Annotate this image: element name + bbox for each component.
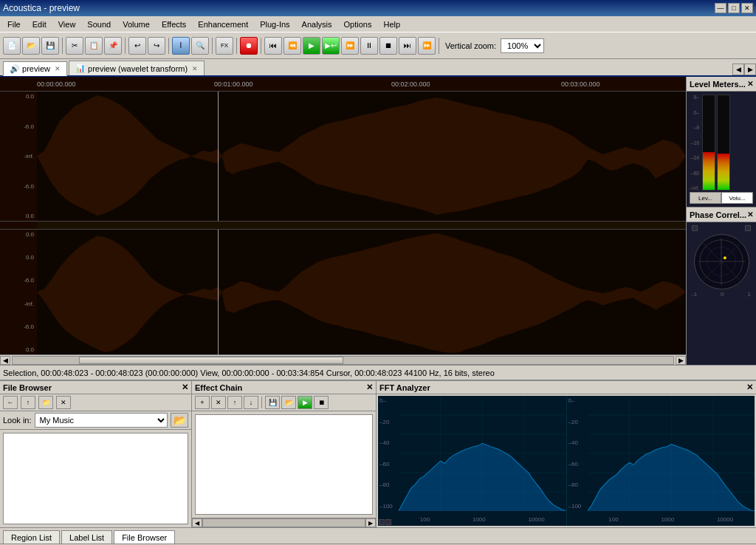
effect-scroll-track[interactable] — [202, 518, 365, 527]
meter-bar-right — [717, 95, 730, 191]
menu-file[interactable]: File — [1, 18, 27, 30]
paste-button[interactable]: 📌 — [104, 37, 122, 55]
file-newfolder-button[interactable]: 📁 — [38, 396, 53, 409]
effects-button[interactable]: FX — [216, 37, 233, 55]
open-button[interactable]: 📂 — [22, 37, 40, 55]
scroll-right-button[interactable]: ▶ — [676, 356, 686, 365]
menu-analysis[interactable]: Analysis — [296, 18, 338, 30]
effect-stop-button[interactable]: ⏹ — [314, 396, 329, 409]
track2-waveform[interactable] — [37, 230, 686, 354]
fft-analyzer-title: FFT Analyzer — [379, 383, 430, 392]
horizontal-scrollbar[interactable]: ◀ ▶ — [0, 354, 686, 365]
timeline-mark-2: 00:02:00.000 — [391, 80, 430, 88]
effect-chain-close[interactable]: ✕ — [366, 383, 373, 392]
level-meters-title: Level Meters... — [690, 80, 746, 89]
track2-label-2: -6.0 — [24, 277, 34, 284]
meter-container: 8– 0– –8 –16 –24 –60 –inf. — [690, 95, 753, 191]
pause-button[interactable]: ⏸ — [360, 37, 378, 55]
effect-save-button[interactable]: 💾 — [265, 396, 280, 409]
stop-button[interactable]: ⏹ — [379, 37, 397, 55]
toolbar-separator-3 — [168, 38, 169, 54]
cut-button[interactable]: ✂ — [66, 37, 83, 55]
scale-0: 0– — [690, 110, 699, 115]
meter-tab-vol[interactable]: Volu... — [721, 192, 753, 204]
file-lookin-combo[interactable]: My Music — [35, 413, 168, 428]
tab-wavelet[interactable]: 📊 preview (wavelet transform) ✕ — [69, 61, 205, 75]
undo-button[interactable]: ↩ — [128, 37, 146, 55]
meter-tab-lev[interactable]: Lev... — [690, 192, 721, 204]
effect-scroll-right[interactable]: ▶ — [365, 518, 376, 527]
file-browse-button[interactable]: 📂 — [171, 413, 188, 428]
menu-help[interactable]: Help — [377, 18, 406, 30]
play-loop-button[interactable]: ▶↩ — [322, 37, 340, 55]
menu-options[interactable]: Options — [338, 18, 378, 30]
tab-next-button[interactable]: ▶ — [744, 64, 756, 75]
forward-button[interactable]: ⏩ — [418, 37, 436, 55]
effect-load-button[interactable]: 📂 — [281, 396, 296, 409]
effect-list[interactable] — [195, 414, 373, 515]
effect-play-button[interactable]: ▶ — [298, 396, 312, 409]
effect-scroll-left[interactable]: ◀ — [192, 518, 202, 527]
level-meters-close[interactable]: ✕ — [747, 80, 753, 88]
fast-forward-button[interactable]: ⏩ — [341, 37, 359, 55]
menu-view[interactable]: View — [52, 18, 82, 30]
svg-marker-1 — [37, 233, 686, 353]
select-tool[interactable]: I — [172, 37, 190, 55]
tab-preview[interactable]: 🔊 preview ✕ — [3, 61, 67, 76]
minimize-button[interactable]: — — [715, 3, 726, 13]
timeline: 00:00:00.000 00:01:00.000 00:02:00.000 0… — [0, 77, 686, 92]
fft-icon-bl — [379, 519, 385, 525]
menu-effects[interactable]: Effects — [156, 18, 192, 30]
close-window-button[interactable]: ✕ — [741, 3, 753, 13]
bottom-tab-region-list[interactable]: Region List — [3, 530, 60, 544]
zoom-tool[interactable]: 🔍 — [191, 37, 209, 55]
new-button[interactable]: 📄 — [3, 37, 21, 55]
fft-analyzer-close[interactable]: ✕ — [746, 383, 753, 392]
scroll-left-button[interactable]: ◀ — [0, 356, 10, 365]
menu-volume[interactable]: Volume — [117, 18, 156, 30]
file-lookin-label: Look in: — [3, 416, 32, 425]
file-browser-close[interactable]: ✕ — [182, 383, 188, 392]
rewind-start-button[interactable]: ⏮ — [264, 37, 282, 55]
fft-left-x-100: 100 — [420, 516, 430, 523]
rewind-button[interactable]: ⏪ — [284, 37, 301, 55]
fft-right-y-80: –80 — [568, 481, 588, 488]
record-button[interactable]: ⏺ — [240, 37, 258, 55]
bottom-tab-file-browser[interactable]: File Browser — [114, 530, 175, 544]
scroll-track[interactable] — [12, 356, 674, 365]
fft-left-y-60: –60 — [379, 461, 399, 467]
menu-enhancement[interactable]: Enhancement — [192, 18, 254, 30]
tab-preview-close[interactable]: ✕ — [55, 65, 61, 72]
phase-corr-close[interactable]: ✕ — [747, 210, 753, 219]
file-back-button[interactable]: ← — [3, 396, 18, 409]
bottom-tab-label-list[interactable]: Label List — [61, 530, 112, 544]
meter-bar-left — [702, 95, 715, 191]
effect-add-button[interactable]: + — [195, 396, 210, 409]
menu-plugins[interactable]: Plug-Ins — [254, 18, 295, 30]
title-bar: Acoustica - preview — □ ✕ — [0, 0, 756, 16]
play-button[interactable]: ▶ — [303, 37, 320, 55]
maximize-button[interactable]: □ — [728, 3, 740, 13]
effect-up-button[interactable]: ↑ — [227, 396, 242, 409]
file-up-button[interactable]: ↑ — [21, 396, 35, 409]
track1-container: 0.0 -6.0 -inf. -6.0 0.0 — [0, 92, 686, 221]
tab-wavelet-icon: 📊 — [75, 64, 86, 73]
file-delete-button[interactable]: ✕ — [56, 396, 71, 409]
forward-end-button[interactable]: ⏭ — [399, 37, 416, 55]
tab-wavelet-close[interactable]: ✕ — [192, 65, 198, 72]
redo-button[interactable]: ↪ — [148, 37, 165, 55]
menu-edit[interactable]: Edit — [27, 18, 52, 30]
phase-icon-tl — [692, 225, 698, 231]
menu-sound[interactable]: Sound — [81, 18, 117, 30]
effect-down-button[interactable]: ↓ — [244, 396, 258, 409]
file-list[interactable] — [3, 433, 188, 524]
fft-bottom-icons-left — [378, 518, 399, 526]
effect-remove-button[interactable]: ✕ — [211, 396, 226, 409]
scroll-thumb[interactable] — [79, 357, 343, 364]
track1-label-1: -6.0 — [24, 123, 34, 130]
save-button[interactable]: 💾 — [41, 37, 59, 55]
vertical-zoom-select[interactable]: 100% 200% 50% — [501, 38, 544, 53]
copy-button[interactable]: 📋 — [85, 37, 103, 55]
track1-waveform[interactable] — [37, 92, 686, 221]
tab-prev-button[interactable]: ◀ — [732, 64, 744, 75]
